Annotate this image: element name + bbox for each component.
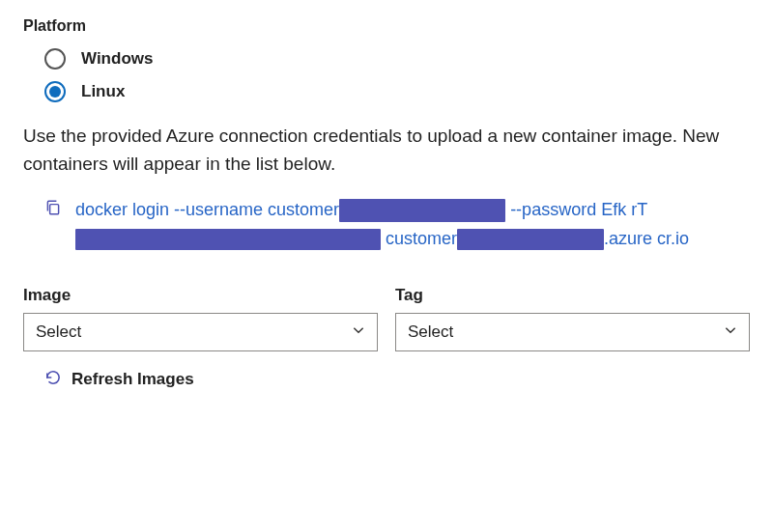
- platform-radio-windows[interactable]: Windows: [44, 48, 750, 70]
- radio-icon: [44, 48, 66, 70]
- redacted-block: [339, 199, 505, 222]
- radio-icon: [44, 81, 66, 102]
- cmd-segment: .azure: [604, 229, 652, 248]
- image-select-value: Select: [36, 322, 81, 342]
- platform-radio-group: Windows Linux: [44, 48, 750, 102]
- redacted-block: [75, 229, 381, 250]
- copy-icon[interactable]: [44, 199, 62, 220]
- docker-command-text: docker login --username customer --passw…: [75, 196, 750, 253]
- tag-select-value: Select: [408, 322, 453, 342]
- chevron-down-icon: [724, 322, 737, 342]
- redacted-block: [457, 229, 604, 250]
- platform-label: Platform: [23, 17, 750, 35]
- image-tag-row: Image Select Tag Select: [23, 286, 750, 351]
- image-select[interactable]: Select: [23, 313, 378, 351]
- refresh-icon: [44, 369, 62, 390]
- svg-rect-0: [50, 205, 59, 214]
- cmd-segment: cr.io: [657, 229, 689, 248]
- refresh-images-button[interactable]: Refresh Images: [44, 369, 750, 390]
- docker-command-block: docker login --username customer --passw…: [44, 196, 750, 253]
- refresh-images-label: Refresh Images: [72, 370, 194, 389]
- tag-select[interactable]: Select: [395, 313, 750, 351]
- tag-field: Tag Select: [395, 286, 750, 351]
- image-field: Image Select: [23, 286, 378, 351]
- cmd-segment: rT: [631, 200, 647, 219]
- chevron-down-icon: [352, 322, 365, 342]
- description-text: Use the provided Azure connection creden…: [23, 122, 750, 179]
- platform-radio-linux-label: Linux: [81, 82, 125, 101]
- cmd-segment: docker login --username customer: [75, 200, 339, 219]
- cmd-segment: customer: [381, 229, 457, 248]
- platform-radio-linux[interactable]: Linux: [44, 81, 750, 102]
- tag-label: Tag: [395, 286, 750, 305]
- image-label: Image: [23, 286, 378, 305]
- cmd-segment: --password Efk: [505, 200, 626, 219]
- platform-radio-windows-label: Windows: [81, 49, 153, 69]
